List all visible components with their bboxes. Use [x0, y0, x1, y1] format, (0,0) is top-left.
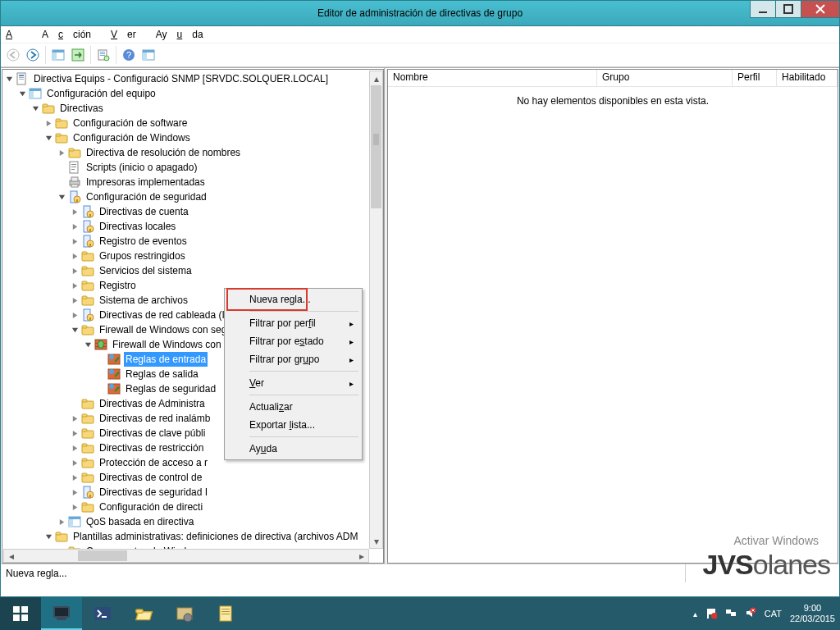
- tree-node[interactable]: Directivas de seguridad I: [2, 485, 359, 500]
- ctx-export[interactable]: Exportar lista...: [226, 416, 360, 434]
- svg-rect-57: [731, 612, 736, 616]
- svg-rect-45: [57, 618, 66, 620]
- window-title: Editor de administración de directivas d…: [317, 7, 523, 19]
- close-button[interactable]: [801, 1, 839, 18]
- tree-node[interactable]: Directivas de cuenta: [2, 204, 359, 219]
- tree-horizontal-scrollbar[interactable]: ◂ ▸: [3, 549, 369, 563]
- svg-rect-46: [94, 607, 111, 620]
- toolbar: [1, 43, 839, 67]
- column-perfil[interactable]: Perfil: [733, 70, 777, 86]
- tray-clock[interactable]: 9:0022/03/2015: [790, 603, 835, 624]
- tree-node[interactable]: Servicios del sistema: [2, 263, 359, 278]
- help-button[interactable]: [120, 46, 138, 64]
- policy-icon: [16, 72, 29, 85]
- minimize-button[interactable]: [750, 1, 775, 18]
- tray-volume-icon[interactable]: [745, 607, 756, 620]
- column-habilitado[interactable]: Habilitado: [777, 70, 838, 86]
- ctx-filter-group[interactable]: Filtrar por grupo▸: [226, 350, 360, 368]
- start-button[interactable]: [0, 597, 41, 630]
- tree-node[interactable]: Directiva de resolución de nombres: [2, 145, 359, 160]
- tree-node[interactable]: Configuración de seguridad: [2, 189, 359, 204]
- properties-button[interactable]: [139, 46, 158, 64]
- scroll-right-icon[interactable]: ▸: [354, 550, 368, 562]
- tree-node[interactable]: Directivas de control de: [2, 470, 359, 485]
- ctx-refresh[interactable]: Actualizar: [226, 398, 360, 416]
- taskbar-app-server-manager[interactable]: [41, 597, 82, 630]
- tree-node[interactable]: QoS basada en directiva: [2, 514, 359, 529]
- tree-node[interactable]: Configuración del equipo: [2, 86, 359, 101]
- tray-language[interactable]: CAT: [765, 609, 782, 619]
- tree-node[interactable]: Configuración de software: [2, 116, 359, 130]
- menu-file[interactable]: A: [6, 29, 32, 40]
- tree-node[interactable]: Registro de eventos: [2, 234, 359, 249]
- menu-view[interactable]: Ver: [111, 29, 146, 40]
- tree-node[interactable]: Directivas locales: [2, 219, 359, 234]
- content-area: Directiva Equips - Configuració SNMP [SR…: [1, 67, 839, 564]
- tray-chevron-icon[interactable]: ▴: [693, 609, 697, 619]
- folder-icon: [81, 249, 94, 262]
- taskbar-app-explorer[interactable]: [123, 597, 164, 630]
- folder-icon: [81, 397, 94, 410]
- tree-node[interactable]: Configuración de Windows: [2, 130, 359, 145]
- firewall-rule-icon: [107, 382, 121, 395]
- folder-icon: [81, 427, 94, 440]
- nav-back-button[interactable]: [4, 46, 22, 64]
- refresh-button[interactable]: [69, 46, 87, 64]
- tree-node[interactable]: Directivas: [2, 101, 359, 116]
- printer-icon: [68, 176, 81, 189]
- folder-icon: [81, 456, 94, 469]
- empty-message: No hay elementos disponibles en esta vis…: [517, 95, 709, 107]
- tree-node[interactable]: Grupos restringidos: [2, 249, 359, 263]
- tray-network-icon[interactable]: [725, 607, 737, 620]
- menubar: A Acción Ver Ayuda: [1, 26, 839, 43]
- taskbar-app-gpmc[interactable]: [164, 597, 205, 630]
- scroll-down-icon[interactable]: ▾: [370, 534, 382, 548]
- taskbar-app-powershell[interactable]: [82, 597, 123, 630]
- app-window: Editor de administración de directivas d…: [0, 0, 840, 597]
- tree-node[interactable]: Scripts (inicio o apagado): [2, 160, 359, 175]
- svg-rect-52: [221, 614, 230, 614]
- scroll-left-icon[interactable]: ◂: [4, 550, 18, 562]
- script-icon: [68, 161, 81, 174]
- menu-action[interactable]: Acción: [42, 29, 101, 40]
- ctx-filter-profile[interactable]: Filtrar por perfil▸: [226, 314, 360, 332]
- column-nombre[interactable]: Nombre: [388, 70, 597, 86]
- taskbar: ▴ CAT 9:0022/03/2015: [0, 597, 840, 630]
- firewall-icon: [94, 338, 107, 351]
- list-header: Nombre Grupo Perfil Habilitado: [388, 70, 838, 87]
- nav-forward-button[interactable]: [24, 46, 42, 64]
- column-grupo[interactable]: Grupo: [597, 70, 733, 86]
- tree-node[interactable]: Configuración de directi: [2, 500, 359, 514]
- svg-rect-54: [707, 609, 709, 619]
- svg-point-48: [184, 614, 192, 622]
- tree-vertical-scrollbar[interactable]: ▴ ▾: [369, 71, 383, 549]
- context-menu: Nueva regla... Filtrar por perfil▸ Filtr…: [224, 288, 363, 460]
- ctx-help[interactable]: Ayuda: [226, 440, 360, 458]
- taskbar-app-notepad[interactable]: [205, 597, 246, 630]
- scroll-up-icon[interactable]: ▴: [370, 71, 382, 85]
- menu-help[interactable]: Ayuda: [156, 29, 213, 40]
- folder-icon: [81, 412, 94, 425]
- folder-icon: [55, 116, 68, 130]
- status-text: Nueva regla...: [6, 568, 67, 579]
- folder-icon: [81, 441, 94, 454]
- folder-icon: [81, 471, 94, 484]
- folder-icon: [81, 279, 94, 292]
- policy-icon: [81, 486, 94, 499]
- tree-node[interactable]: Impresoras implementadas: [2, 175, 359, 189]
- svg-rect-42: [784, 5, 792, 13]
- maximize-button[interactable]: [775, 1, 801, 18]
- ctx-new-rule[interactable]: Nueva regla...: [226, 290, 360, 308]
- export-button[interactable]: [94, 46, 112, 64]
- policy-icon: [81, 220, 94, 233]
- window-controls: [750, 1, 839, 17]
- ctx-filter-state[interactable]: Filtrar por estado▸: [226, 332, 360, 350]
- tray-flag-icon[interactable]: [705, 607, 717, 620]
- tree-root[interactable]: Directiva Equips - Configuració SNMP [SR…: [2, 71, 359, 86]
- ctx-view[interactable]: Ver▸: [226, 374, 360, 392]
- tree-node[interactable]: Plantillas administrativas: definiciones…: [2, 529, 359, 544]
- panes-button[interactable]: [49, 46, 67, 64]
- folder-icon: [81, 323, 94, 336]
- titlebar: Editor de administración de directivas d…: [1, 1, 839, 26]
- folder-icon: [55, 530, 68, 543]
